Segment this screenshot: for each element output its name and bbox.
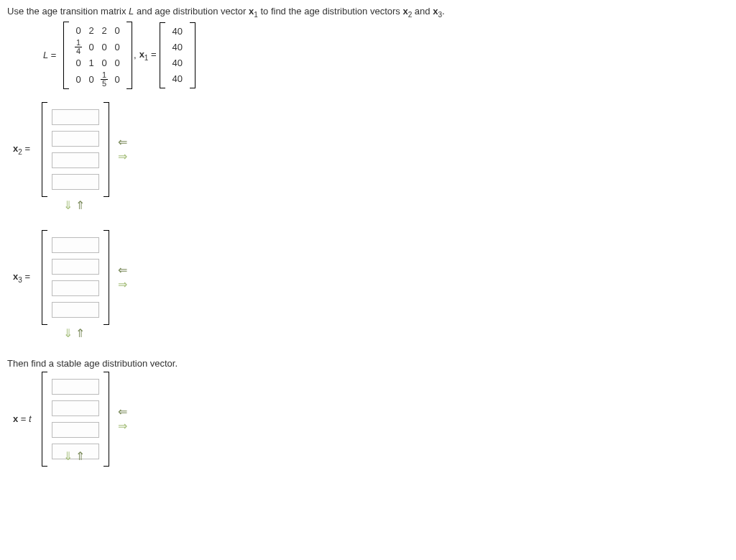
x2-input-0[interactable] — [52, 109, 99, 125]
remove-column-icon[interactable]: ⇐ — [118, 265, 127, 276]
L-3-2: 15 — [98, 71, 111, 88]
given-equations: L = 0 2 2 0 14 0 0 0 0 1 0 0 0 — [43, 22, 729, 89]
stable-col-arrows: ⇐ ⇒ — [118, 406, 127, 432]
stable-input-2[interactable] — [52, 422, 99, 438]
x2-input-3[interactable] — [52, 174, 99, 190]
comma: , — [134, 50, 137, 60]
L-label: L = — [43, 50, 63, 60]
add-row-icon[interactable]: ⇓ — [63, 200, 73, 211]
x1-3: 40 — [168, 73, 187, 84]
x3-input-2[interactable] — [52, 280, 99, 296]
remove-row-icon[interactable]: ⇑ — [75, 451, 85, 462]
L-0-3: 0 — [111, 25, 124, 36]
x2-row-arrows: ⇓ ⇑ — [63, 200, 729, 211]
x3-answer-group: x3 = ⇐ ⇒ — [13, 230, 729, 325]
stable-prompt: Then find a stable age distribution vect… — [7, 358, 729, 369]
add-column-icon[interactable]: ⇒ — [118, 279, 127, 290]
x2-col-arrows: ⇐ ⇒ — [118, 137, 127, 162]
stable-label: x = t — [13, 413, 42, 424]
L-3-0: 0 — [72, 74, 85, 85]
L-3-3: 0 — [111, 74, 124, 85]
x2-answer-group: x2 = ⇐ ⇒ — [13, 102, 729, 197]
add-row-icon[interactable]: ⇓ — [63, 328, 73, 339]
prompt-text: to find the age distribution vectors — [258, 6, 403, 17]
L-1-1: 0 — [85, 42, 98, 52]
remove-row-icon[interactable]: ⇑ — [75, 328, 85, 339]
prompt-text: and age distribution vector — [134, 6, 249, 17]
L-1-2: 0 — [98, 42, 111, 52]
remove-column-icon[interactable]: ⇐ — [118, 406, 127, 418]
x3-input-0[interactable] — [52, 237, 99, 253]
vector-x1: 40 40 40 40 — [160, 22, 196, 88]
remove-row-icon[interactable]: ⇑ — [75, 200, 85, 211]
L-2-2: 0 — [98, 58, 111, 68]
stable-row-arrows: ⇓ ⇑ — [63, 451, 729, 462]
remove-column-icon[interactable]: ⇐ — [118, 137, 127, 148]
sym-x2: x — [402, 6, 408, 17]
x1-label: x1 = — [139, 49, 157, 62]
L-0-2: 2 — [98, 25, 111, 36]
L-2-3: 0 — [111, 58, 124, 68]
L-3-1: 0 — [85, 74, 98, 85]
add-row-icon[interactable]: ⇓ — [63, 451, 73, 462]
x1-0: 40 — [168, 26, 187, 37]
L-1-0: 14 — [72, 39, 85, 55]
stable-input-1[interactable] — [52, 400, 99, 416]
add-column-icon[interactable]: ⇒ — [118, 421, 127, 432]
x2-input-1[interactable] — [52, 131, 99, 147]
stable-input-0[interactable] — [52, 379, 99, 395]
L-2-1: 1 — [85, 58, 98, 68]
x2-label: x2 = — [13, 143, 42, 156]
x2-input-matrix — [42, 102, 109, 197]
x1-2: 40 — [168, 58, 187, 68]
x1-1: 40 — [168, 42, 187, 52]
L-1-3: 0 — [111, 42, 124, 52]
prompt-text: . — [442, 6, 445, 17]
x3-col-arrows: ⇐ ⇒ — [118, 265, 127, 290]
x3-input-matrix — [42, 230, 109, 325]
x3-input-3[interactable] — [52, 302, 99, 318]
L-2-0: 0 — [72, 58, 85, 68]
L-0-0: 0 — [72, 25, 85, 36]
question-prompt: Use the age transition matrix L and age … — [7, 6, 729, 19]
matrix-L: 0 2 2 0 14 0 0 0 0 1 0 0 0 0 15 0 — [63, 22, 132, 89]
x3-row-arrows: ⇓ ⇑ — [63, 328, 729, 339]
x3-label: x3 = — [13, 271, 42, 284]
x2-input-2[interactable] — [52, 152, 99, 168]
L-0-1: 2 — [85, 25, 98, 36]
prompt-text: Use the age transition matrix — [7, 6, 129, 17]
add-column-icon[interactable]: ⇒ — [118, 151, 127, 162]
prompt-text: and — [412, 6, 433, 17]
x3-input-1[interactable] — [52, 259, 99, 275]
